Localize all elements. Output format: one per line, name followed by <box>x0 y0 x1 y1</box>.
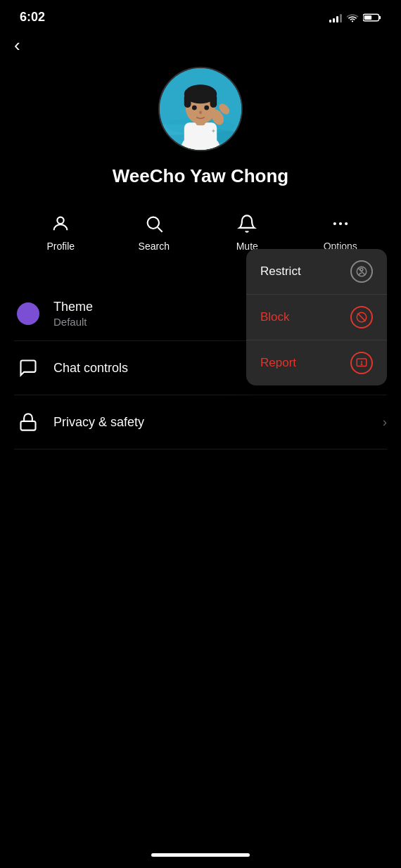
status-icons <box>329 13 381 23</box>
svg-rect-34 <box>21 421 36 430</box>
search-label: Search <box>139 241 170 252</box>
svg-text:✦: ✦ <box>211 128 216 134</box>
privacy-safety-setting[interactable]: Privacy & safety › <box>14 395 387 449</box>
options-dropdown: Restrict Block Report <box>246 249 387 385</box>
chat-controls-icon <box>14 354 42 382</box>
restrict-icon <box>350 260 373 283</box>
svg-point-21 <box>147 217 158 229</box>
bell-icon <box>237 214 257 236</box>
svg-rect-2 <box>364 15 371 19</box>
battery-icon <box>363 13 381 23</box>
svg-point-20 <box>58 217 64 224</box>
svg-point-14 <box>192 106 197 110</box>
svg-rect-8 <box>184 122 217 150</box>
svg-point-15 <box>204 106 209 110</box>
privacy-safety-content: Privacy & safety <box>53 415 383 430</box>
avatar: ✦ <box>158 67 243 151</box>
restrict-label: Restrict <box>260 264 301 279</box>
status-bar: 6:02 <box>0 0 401 30</box>
svg-rect-13 <box>210 94 217 108</box>
svg-point-25 <box>345 222 348 225</box>
back-chevron-icon: ‹ <box>14 36 20 54</box>
restrict-menu-item[interactable]: Restrict <box>246 249 387 294</box>
svg-rect-1 <box>379 15 381 18</box>
theme-icon <box>14 300 42 328</box>
report-label: Report <box>260 356 296 370</box>
block-label: Block <box>260 310 290 324</box>
search-button[interactable]: Search <box>108 207 201 259</box>
person-icon <box>51 214 70 236</box>
username-section: WeeCho Yaw Chong <box>0 165 401 187</box>
status-time: 6:02 <box>20 10 45 25</box>
signal-icon <box>329 13 342 23</box>
report-icon <box>350 352 373 374</box>
svg-point-33 <box>361 364 362 364</box>
profile-label: Profile <box>46 241 75 252</box>
report-menu-item[interactable]: Report <box>246 340 387 385</box>
svg-point-28 <box>360 268 363 271</box>
action-row: Profile Search Mute Option <box>0 207 401 259</box>
svg-point-24 <box>339 222 342 225</box>
back-button[interactable]: ‹ <box>0 30 401 60</box>
search-icon <box>144 214 164 236</box>
svg-line-22 <box>158 227 162 231</box>
more-icon <box>331 214 350 236</box>
theme-dot <box>17 302 39 325</box>
block-menu-item[interactable]: Block <box>246 294 387 340</box>
svg-point-23 <box>333 222 336 225</box>
block-icon <box>350 306 373 328</box>
profile-button[interactable]: Profile <box>14 207 108 259</box>
svg-line-30 <box>357 313 365 321</box>
avatar-image: ✦ <box>160 68 241 150</box>
avatar-section: ✦ <box>0 67 401 151</box>
wifi-icon <box>346 13 359 23</box>
privacy-icon <box>14 408 42 436</box>
svg-rect-12 <box>184 94 191 108</box>
home-indicator <box>151 853 250 857</box>
svg-point-16 <box>199 110 202 114</box>
privacy-safety-chevron: › <box>383 415 387 430</box>
privacy-safety-title: Privacy & safety <box>53 415 383 430</box>
username: WeeCho Yaw Chong <box>0 165 401 187</box>
